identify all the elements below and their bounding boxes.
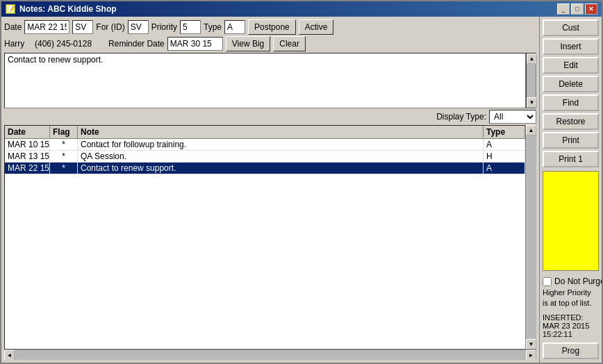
print1-button[interactable]: Print 1 xyxy=(543,151,599,167)
note-scroll-up[interactable]: ▲ xyxy=(527,53,537,64)
restore-button[interactable]: Restore xyxy=(543,113,599,130)
scroll-track xyxy=(526,135,536,339)
close-button[interactable]: ✕ xyxy=(585,3,597,15)
do-not-purge-checkbox[interactable] xyxy=(543,277,552,286)
postpone-button[interactable]: Postpone xyxy=(248,19,296,35)
note-area-container: Contact to renew support. ▲ ▼ xyxy=(4,53,536,108)
scroll-right-button[interactable]: ► xyxy=(526,350,536,361)
left-panel: Date For (ID) Priority Type Postpone Act… xyxy=(1,17,539,363)
table-header: Date Flag Note Type xyxy=(5,126,525,139)
date-label: Date xyxy=(4,22,22,32)
note-scroll-down[interactable]: ▼ xyxy=(527,97,537,108)
delete-button[interactable]: Delete xyxy=(543,76,599,92)
col-header-note: Note xyxy=(78,126,484,138)
cell-date: MAR 22 15 xyxy=(5,163,50,174)
table-row[interactable]: MAR 13 15 * QA Session. H xyxy=(5,151,525,163)
window-title: Notes: ABC Kiddie Shop xyxy=(19,4,117,14)
app-icon: 📝 xyxy=(6,4,15,14)
scroll-left-button[interactable]: ◄ xyxy=(4,350,15,361)
title-bar-left: 📝 Notes: ABC Kiddie Shop xyxy=(6,4,117,14)
prog-button[interactable]: Prog xyxy=(543,342,599,359)
col-header-flag: Flag xyxy=(50,126,78,138)
note-scrollbar: ▲ ▼ xyxy=(526,53,536,108)
table-row[interactable]: MAR 22 15 * Contact to renew support. A xyxy=(5,163,525,174)
active-button[interactable]: Active xyxy=(299,19,334,35)
title-bar: 📝 Notes: ABC Kiddie Shop _ □ ✕ xyxy=(1,1,602,17)
table-vertical-scrollbar: ▲ ▼ xyxy=(526,125,536,349)
phone-value: (406) 245-0128 xyxy=(35,39,92,49)
insert-button[interactable]: Insert xyxy=(543,38,599,55)
type-label: Type xyxy=(204,22,222,32)
table-row[interactable]: MAR 10 15 * Contact for followup trainin… xyxy=(5,139,525,151)
higher-priority-text: Higher Priority is at top of list. xyxy=(543,288,599,308)
do-not-purge-label: Do Not Purge xyxy=(554,276,602,286)
inserted-info: INSERTED: MAR 23 2015 15:22:11 xyxy=(543,313,599,338)
col-header-date: Date xyxy=(5,126,50,138)
cell-note: QA Session. xyxy=(78,151,484,162)
note-textarea[interactable]: Contact to renew support. xyxy=(4,53,526,108)
table-container: Date Flag Note Type MAR 10 15 * Contact … xyxy=(4,125,526,349)
main-window: 📝 Notes: ABC Kiddie Shop _ □ ✕ Date For … xyxy=(0,0,603,364)
scroll-up-button[interactable]: ▲ xyxy=(526,125,536,135)
horizontal-scrollbar: ◄ ► xyxy=(4,349,536,360)
print-button[interactable]: Print xyxy=(543,132,599,149)
view-big-button[interactable]: View Big xyxy=(226,36,270,51)
horiz-scroll-track xyxy=(15,350,526,360)
clear-button[interactable]: Clear xyxy=(273,36,306,51)
cell-note: Contact to renew support. xyxy=(78,163,484,174)
col-header-type: Type xyxy=(484,126,525,138)
form-row-1: Date For (ID) Priority Type Postpone Act… xyxy=(4,19,536,35)
cell-type: A xyxy=(484,163,525,174)
minimize-button[interactable]: _ xyxy=(557,3,570,15)
reminder-date-label: Reminder Date xyxy=(108,39,165,49)
for-id-input[interactable] xyxy=(128,20,149,34)
right-panel: Cust Insert Edit Delete Find Restore Pri… xyxy=(539,17,602,363)
table-outer: Date Flag Note Type MAR 10 15 * Contact … xyxy=(4,125,536,360)
note-scroll-track xyxy=(527,64,536,97)
title-bar-controls: _ □ ✕ xyxy=(557,3,597,15)
for-id-label: For (ID) xyxy=(96,22,124,32)
do-not-purge-row: Do Not Purge xyxy=(543,276,599,286)
cell-type: A xyxy=(484,139,525,150)
cell-flag: * xyxy=(50,163,78,174)
form-row-2: Harry (406) 245-0128 Reminder Date View … xyxy=(4,36,536,51)
display-type-label: Display Type: xyxy=(436,112,486,122)
find-button[interactable]: Find xyxy=(543,94,599,111)
scroll-down-button[interactable]: ▼ xyxy=(526,339,536,349)
priority-input[interactable] xyxy=(180,20,201,34)
date-input[interactable] xyxy=(24,20,69,34)
cell-note: Contact for followup training. xyxy=(78,139,484,150)
maximize-button[interactable]: □ xyxy=(571,3,584,15)
table-inner: Date Flag Note Type MAR 10 15 * Contact … xyxy=(4,125,536,349)
reminder-date-input[interactable] xyxy=(167,37,223,51)
name-value: Harry xyxy=(4,39,32,49)
sv-input[interactable] xyxy=(72,20,93,34)
edit-button[interactable]: Edit xyxy=(543,57,599,74)
yellow-box xyxy=(543,171,599,271)
cell-flag: * xyxy=(50,139,78,150)
type-input[interactable] xyxy=(224,20,245,34)
cell-type: H xyxy=(484,151,525,162)
table-body: MAR 10 15 * Contact for followup trainin… xyxy=(5,139,525,349)
cust-button[interactable]: Cust xyxy=(543,19,599,36)
main-content: Date For (ID) Priority Type Postpone Act… xyxy=(1,17,602,363)
priority-label: Priority xyxy=(151,22,177,32)
cell-date: MAR 10 15 xyxy=(5,139,50,150)
cell-date: MAR 13 15 xyxy=(5,151,50,162)
display-type-select[interactable]: All Active Inactive xyxy=(489,110,536,124)
display-type-row: Display Type: All Active Inactive xyxy=(4,110,536,124)
cell-flag: * xyxy=(50,151,78,162)
